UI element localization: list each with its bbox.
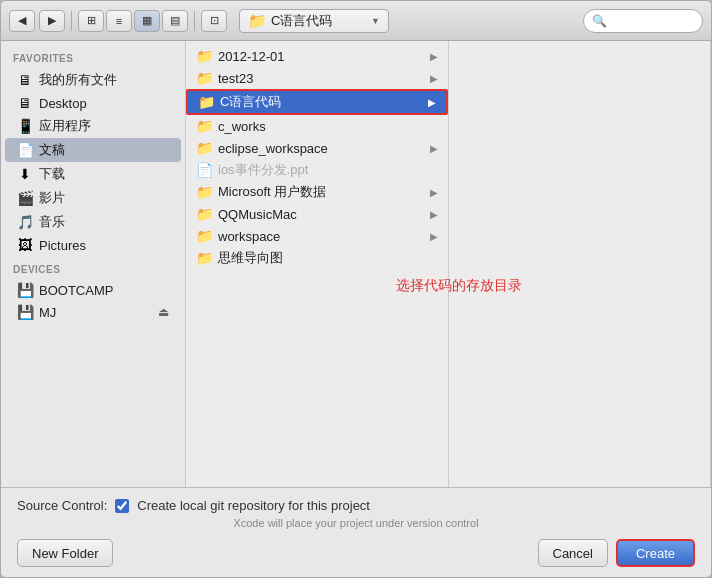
sidebar-item-music[interactable]: 🎵 音乐: [5, 210, 181, 234]
sidebar-item-mj[interactable]: 💾 MJ ⏏: [5, 301, 181, 323]
sidebar-label-pictures: Pictures: [39, 238, 86, 253]
view-buttons: ⊞ ≡ ▦ ▤: [78, 10, 188, 32]
view-grid-button[interactable]: ⊞: [78, 10, 104, 32]
devices-header: DEVICES: [1, 256, 185, 279]
file-column-secondary: [449, 41, 712, 487]
toolbar-separator-2: [194, 11, 195, 31]
search-input[interactable]: [611, 14, 691, 28]
folder-icon-c-code: 📁: [198, 94, 214, 110]
folder-icon-microsoft: 📁: [196, 184, 212, 200]
file-label-c-code: C语言代码: [220, 93, 422, 111]
path-dropdown[interactable]: 📁 C语言代码 ▼: [239, 9, 389, 33]
bottom-panel: Source Control: Create local git reposit…: [1, 487, 711, 577]
main-area: FAVORITES 🖥 我的所有文件 🖥 Desktop 📱 应用程序 📄 文稿…: [1, 41, 711, 487]
file-item-eclipse[interactable]: 📁 eclipse_workspace ▶: [186, 137, 448, 159]
folder-icon-c-works: 📁: [196, 118, 212, 134]
source-control-text: Create local git repository for this pro…: [137, 498, 370, 513]
sidebar-label-movies: 影片: [39, 189, 65, 207]
file-item-mindmap[interactable]: 📁 思维导向图: [186, 247, 448, 269]
sidebar-item-downloads[interactable]: ⬇ 下载: [5, 162, 181, 186]
view-column-button[interactable]: ▦: [134, 10, 160, 32]
file-label-ios-ppt: ios事件分发.ppt: [218, 161, 438, 179]
toolbar-separator: [71, 11, 72, 31]
file-item-ios-ppt[interactable]: 📄 ios事件分发.ppt: [186, 159, 448, 181]
sidebar-item-documents[interactable]: 📄 文稿: [5, 138, 181, 162]
pictures-icon: 🖼: [17, 237, 33, 253]
forward-button[interactable]: ▶: [39, 10, 65, 32]
sidebar-label-desktop: Desktop: [39, 96, 87, 111]
file-label-2012: 2012-12-01: [218, 49, 424, 64]
documents-icon: 📄: [17, 142, 33, 158]
all-files-icon: 🖥: [17, 72, 33, 88]
sidebar-label-documents: 文稿: [39, 141, 65, 159]
sidebar-item-all-files[interactable]: 🖥 我的所有文件: [5, 68, 181, 92]
source-control-checkbox[interactable]: [115, 499, 129, 513]
file-arrow-2012: ▶: [430, 51, 438, 62]
sidebar-label-all-files: 我的所有文件: [39, 71, 117, 89]
toolbar: ◀ ▶ ⊞ ≡ ▦ ▤ ⊡ 📁 C语言代码 ▼ 🔍: [1, 1, 711, 41]
bootcamp-icon: 💾: [17, 282, 33, 298]
sidebar-item-bootcamp[interactable]: 💾 BOOTCAMP: [5, 279, 181, 301]
path-label: C语言代码: [271, 12, 367, 30]
search-icon: 🔍: [592, 14, 607, 28]
music-icon: 🎵: [17, 214, 33, 230]
sidebar-item-pictures[interactable]: 🖼 Pictures: [5, 234, 181, 256]
share-button[interactable]: ⊡: [201, 10, 227, 32]
file-label-c-works: c_works: [218, 119, 438, 134]
file-column-main: 📁 2012-12-01 ▶ 📁 test23 ▶ 📁 C语言代码 ▶: [186, 41, 449, 487]
file-arrow-eclipse: ▶: [430, 143, 438, 154]
folder-icon: 📁: [248, 12, 267, 30]
favorites-header: FAVORITES: [1, 45, 185, 68]
file-arrow-c-code: ▶: [428, 97, 436, 108]
file-item-c-works[interactable]: 📁 c_works: [186, 115, 448, 137]
file-item-2012[interactable]: 📁 2012-12-01 ▶: [186, 45, 448, 67]
file-label-eclipse: eclipse_workspace: [218, 141, 424, 156]
folder-icon-qqmusic: 📁: [196, 206, 212, 222]
source-control-row: Source Control: Create local git reposit…: [17, 498, 695, 513]
sidebar-label-bootcamp: BOOTCAMP: [39, 283, 113, 298]
sidebar-item-apps[interactable]: 📱 应用程序: [5, 114, 181, 138]
sidebar-item-movies[interactable]: 🎬 影片: [5, 186, 181, 210]
sidebar-label-apps: 应用程序: [39, 117, 91, 135]
folder-icon-workspace: 📁: [196, 228, 212, 244]
file-label-workspace: workspace: [218, 229, 424, 244]
file-area: 📁 2012-12-01 ▶ 📁 test23 ▶ 📁 C语言代码 ▶: [186, 41, 711, 487]
source-control-sub: Xcode will place your project under vers…: [17, 517, 695, 529]
folder-icon-mindmap: 📁: [196, 250, 212, 266]
ppt-icon: 📄: [196, 162, 212, 178]
view-list-button[interactable]: ≡: [106, 10, 132, 32]
file-label-mindmap: 思维导向图: [218, 249, 438, 267]
file-arrow-qqmusic: ▶: [430, 209, 438, 220]
sidebar: FAVORITES 🖥 我的所有文件 🖥 Desktop 📱 应用程序 📄 文稿…: [1, 41, 186, 487]
new-folder-button[interactable]: New Folder: [17, 539, 113, 567]
create-button[interactable]: Create: [616, 539, 695, 567]
folder-icon-eclipse: 📁: [196, 140, 212, 156]
downloads-icon: ⬇: [17, 166, 33, 182]
sidebar-label-downloads: 下载: [39, 165, 65, 183]
sidebar-label-mj: MJ: [39, 305, 56, 320]
folder-icon-2012: 📁: [196, 48, 212, 64]
sidebar-item-desktop[interactable]: 🖥 Desktop: [5, 92, 181, 114]
file-item-c-code[interactable]: 📁 C语言代码 ▶: [186, 89, 448, 115]
file-item-workspace[interactable]: 📁 workspace ▶: [186, 225, 448, 247]
file-item-test23[interactable]: 📁 test23 ▶: [186, 67, 448, 89]
movies-icon: 🎬: [17, 190, 33, 206]
file-label-test23: test23: [218, 71, 424, 86]
save-dialog: ◀ ▶ ⊞ ≡ ▦ ▤ ⊡ 📁 C语言代码 ▼ 🔍 FAVORITES 🖥 我的…: [0, 0, 712, 578]
file-arrow-test23: ▶: [430, 73, 438, 84]
view-cover-button[interactable]: ▤: [162, 10, 188, 32]
file-arrow-workspace: ▶: [430, 231, 438, 242]
sidebar-label-music: 音乐: [39, 213, 65, 231]
folder-icon-test23: 📁: [196, 70, 212, 86]
btn-group-right: Cancel Create: [538, 539, 696, 567]
cancel-button[interactable]: Cancel: [538, 539, 608, 567]
eject-icon[interactable]: ⏏: [158, 305, 169, 319]
search-box[interactable]: 🔍: [583, 9, 703, 33]
file-arrow-microsoft: ▶: [430, 187, 438, 198]
bottom-buttons: New Folder Cancel Create: [17, 539, 695, 567]
source-control-label: Source Control:: [17, 498, 107, 513]
file-item-qqmusic[interactable]: 📁 QQMusicMac ▶: [186, 203, 448, 225]
back-button[interactable]: ◀: [9, 10, 35, 32]
file-label-microsoft: Microsoft 用户数据: [218, 183, 424, 201]
file-item-microsoft[interactable]: 📁 Microsoft 用户数据 ▶: [186, 181, 448, 203]
